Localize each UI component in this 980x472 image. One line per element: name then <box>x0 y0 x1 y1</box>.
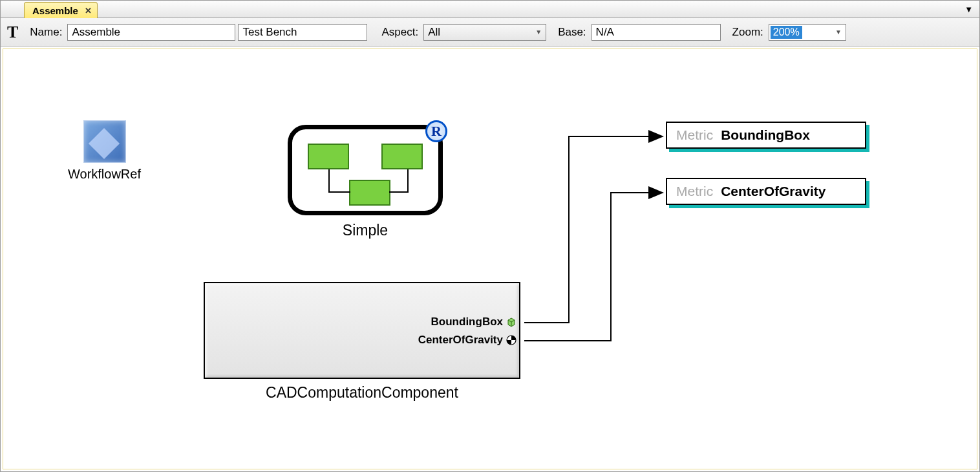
metric-centerofgravity[interactable]: Metric CenterOfGravity <box>666 178 866 205</box>
close-tab-icon[interactable]: ✕ <box>85 6 92 16</box>
node-simple[interactable]: R Simple <box>288 125 443 239</box>
tab-title: Assemble <box>32 5 78 16</box>
base-label: Base: <box>558 26 586 39</box>
reference-badge-icon: R <box>425 120 447 142</box>
workflowref-label: WorkflowRef <box>68 167 141 182</box>
port-boundingbox[interactable]: BoundingBox <box>431 316 517 328</box>
zoom-value: 200% <box>771 26 802 39</box>
testbench-type-icon: T <box>7 23 18 42</box>
zoom-select[interactable]: 200% ▼ <box>769 24 846 41</box>
toolbar: T Name: Aspect: All ▼ Base: Zoom: 200% ▼ <box>1 18 979 47</box>
metric-name: CenterOfGravity <box>721 184 826 199</box>
aspect-label: Aspect: <box>381 26 418 39</box>
metric-prefix: Metric <box>676 184 713 199</box>
connection-wires <box>3 49 977 469</box>
port-centerofgravity-label: CenterOfGravity <box>418 334 503 347</box>
simple-label: Simple <box>288 222 443 239</box>
metric-name: BoundingBox <box>721 127 810 143</box>
tab-menu-caret-icon[interactable]: ▼ <box>964 5 973 14</box>
port-boundingbox-label: BoundingBox <box>431 316 503 328</box>
name-input[interactable] <box>67 24 235 41</box>
cad-label: CADComputationComponent <box>204 384 520 402</box>
node-cad-computation[interactable]: BoundingBox CenterOfGravity CADComputati… <box>204 282 520 402</box>
base-input[interactable] <box>591 24 721 41</box>
port-centerofgravity[interactable]: CenterOfGravity <box>418 334 517 347</box>
metric-boundingbox[interactable]: Metric BoundingBox <box>666 122 866 149</box>
aspect-select[interactable]: All ▼ <box>423 24 546 41</box>
zoom-label: Zoom: <box>732 26 763 39</box>
workflowref-icon <box>83 120 126 163</box>
name-label: Name: <box>30 26 62 39</box>
tab-assemble[interactable]: Assemble ✕ <box>24 2 98 18</box>
node-workflowref[interactable]: WorkflowRef <box>68 120 141 182</box>
type-input[interactable] <box>238 24 367 41</box>
simple-shape: R <box>288 125 443 215</box>
aspect-value: All <box>428 26 440 39</box>
cube-port-icon <box>506 317 517 327</box>
chevron-down-icon: ▼ <box>535 28 542 36</box>
diagram-canvas[interactable]: WorkflowRef R Simple BoundingBox <box>3 48 977 469</box>
tab-bar: Assemble ✕ ▼ <box>1 1 979 18</box>
centroid-port-icon <box>506 335 517 345</box>
cad-box: BoundingBox CenterOfGravity <box>204 282 520 379</box>
metric-prefix: Metric <box>676 127 713 143</box>
chevron-down-icon: ▼ <box>835 28 842 36</box>
app-window: Assemble ✕ ▼ T Name: Aspect: All ▼ Base:… <box>0 0 980 472</box>
